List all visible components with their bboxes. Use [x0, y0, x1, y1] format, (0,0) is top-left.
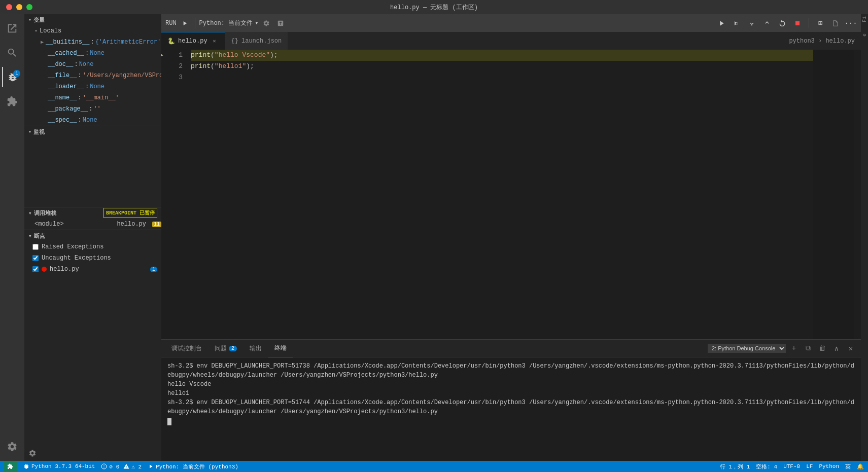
- callstack-controls: BREAKPOINT 已暂停: [103, 208, 157, 218]
- var-spec[interactable]: __spec__ : None: [24, 115, 161, 126]
- activity-explorer[interactable]: [2, 18, 22, 39]
- callstack-chevron: ▾: [28, 210, 32, 216]
- split-editor-button[interactable]: [829, 17, 842, 29]
- kill-terminal-button[interactable]: 🗑: [816, 342, 828, 354]
- debug-stepinto-button[interactable]: [746, 17, 758, 29]
- window-controls[interactable]: [6, 4, 32, 10]
- code-editor[interactable]: print("hello Vscode"); print("hello1");: [187, 50, 813, 339]
- tab-launch-json[interactable]: {} launch.json: [225, 32, 289, 50]
- code-line-2: print("hello1");: [191, 61, 813, 72]
- breakpoints-chevron: ▾: [28, 233, 32, 239]
- editor-area: RUN Python: 当前文件 ▾: [161, 14, 861, 461]
- locals-item[interactable]: ▾ Locals: [24, 25, 161, 37]
- activity-search[interactable]: [2, 43, 22, 63]
- callstack-section: ▾ 调用堆栈 BREAKPOINT 已暂停 <module> hello.py …: [24, 207, 161, 230]
- close-button[interactable]: [6, 4, 12, 10]
- var-loader[interactable]: __loader__ : None: [24, 81, 161, 92]
- var-package[interactable]: __package__ : '': [24, 103, 161, 115]
- bp-uncaught-checkbox[interactable]: [32, 255, 39, 261]
- debug-stepout-button[interactable]: [761, 17, 773, 29]
- bp-hello-checkbox[interactable]: [32, 266, 39, 272]
- bp-hello-dot: [42, 267, 47, 272]
- var-file[interactable]: __file__ : '/Users/yangzhen/VSPro...: [24, 70, 161, 81]
- maximize-button[interactable]: [26, 4, 32, 10]
- status-encoding[interactable]: UTF-8: [783, 463, 800, 470]
- tab-hello-py-label: hello.py: [178, 38, 207, 45]
- callstack-item-0[interactable]: <module> hello.py 11: [24, 219, 161, 230]
- var-doc[interactable]: __doc__ : None: [24, 59, 161, 70]
- window-title: hello.py — 无标题 (工作区): [390, 3, 478, 12]
- terminal-cursor: [167, 418, 171, 425]
- debug-badge: 1: [13, 70, 20, 77]
- app-body: 1 ▾ 变量 ▾ Locals: [0, 14, 868, 461]
- code-line-1: print("hello Vscode");: [191, 50, 813, 61]
- close-panel-button[interactable]: ✕: [845, 342, 857, 354]
- tab-hello-py[interactable]: 🐍 hello.py ✕: [161, 32, 225, 50]
- variables-header[interactable]: ▾ 变量: [24, 14, 161, 25]
- minimize-button[interactable]: [16, 4, 22, 10]
- line-numbers: ▶ 1 2 3: [161, 50, 187, 339]
- toolbar-divider-2: [809, 18, 809, 28]
- maximize-panel-button[interactable]: ∧: [830, 342, 843, 354]
- watch-header[interactable]: ▾ 监视: [24, 126, 161, 137]
- var-builtins[interactable]: ▶ __builtins__ : {'ArithmeticError'...: [24, 37, 161, 48]
- status-line-ending[interactable]: LF: [806, 463, 813, 470]
- status-language[interactable]: Python: [819, 463, 839, 470]
- sidebar-scroll[interactable]: ▾ 变量 ▾ Locals ▶ __builtins__ : {'Arithme…: [24, 14, 161, 446]
- line-num-2: 2: [165, 61, 183, 72]
- open-config-button[interactable]: [274, 17, 287, 29]
- split-terminal-button[interactable]: ⧉: [802, 342, 814, 354]
- config-selector[interactable]: Python: 当前文件 ▾: [199, 19, 259, 27]
- settings-gear-button[interactable]: [260, 17, 272, 29]
- activity-debug[interactable]: 1: [2, 67, 22, 87]
- debug-stepover-button[interactable]: [731, 17, 743, 29]
- tab-hello-py-close[interactable]: ✕: [211, 37, 219, 45]
- bp-raised-checkbox[interactable]: [32, 244, 39, 250]
- right-panel-label2[interactable]: e: [862, 33, 867, 37]
- run-label[interactable]: RUN: [165, 20, 177, 27]
- status-debug-config[interactable]: Python: 当前文件 (python3): [148, 463, 238, 470]
- tab-output[interactable]: 输出: [244, 340, 268, 357]
- console-selector[interactable]: 2: Python Debug Console: [708, 344, 786, 353]
- status-bar-right: 行 1，列 1 空格: 4 UTF-8 LF Python 英 🔔: [720, 463, 864, 470]
- tab-problems[interactable]: 问题 2: [209, 340, 244, 357]
- bp-hello: hello.py 1: [24, 264, 161, 275]
- title-bar: hello.py — 无标题 (工作区): [0, 0, 868, 14]
- status-spaces[interactable]: 空格: 4: [756, 463, 777, 470]
- breakpoints-header[interactable]: ▾ 断点: [24, 230, 161, 241]
- activity-extensions[interactable]: [2, 91, 22, 112]
- debug-restart-button[interactable]: [776, 17, 788, 29]
- breakpoint-badge: BREAKPOINT 已暂停: [103, 208, 157, 218]
- terminal-content[interactable]: sh-3.2$ env DEBUGPY_LAUNCHER_PORT=51738 …: [161, 357, 861, 461]
- callstack-header[interactable]: ▾ 调用堆栈 BREAKPOINT 已暂停: [24, 207, 161, 219]
- status-notification[interactable]: 🔔: [857, 463, 864, 470]
- var-cached[interactable]: __cached__ : None: [24, 48, 161, 59]
- debug-controls: ⊞ ···: [715, 17, 857, 29]
- sidebar-inner: ▾ 变量 ▾ Locals ▶ __builtins__ : {'Arithme…: [24, 14, 161, 277]
- status-errors[interactable]: ⊘ 0 ⚠ 2: [101, 463, 142, 470]
- var-name[interactable]: __name__ : '__main__': [24, 92, 161, 103]
- add-terminal-button[interactable]: +: [788, 342, 800, 354]
- variables-section: ▾ 变量 ▾ Locals ▶ __builtins__ : {'Arithme…: [24, 14, 161, 126]
- problems-badge: 2: [229, 346, 237, 351]
- locals-expand-icon: ▾: [34, 28, 38, 34]
- layout-toggle-button[interactable]: ⊞: [814, 17, 826, 29]
- more-actions-button[interactable]: ···: [845, 17, 857, 29]
- editor-scrollbar[interactable]: [854, 50, 861, 339]
- debug-stop-button[interactable]: [791, 17, 804, 29]
- editor-content: ▶ 1 2 3 print("hello Vscode"); print("he…: [161, 50, 861, 339]
- tab-debug-console[interactable]: 调试控制台: [165, 340, 209, 357]
- callstack-title: ▾ 调用堆栈: [28, 209, 56, 217]
- activity-settings[interactable]: [2, 437, 22, 457]
- tabs-bar: 🐍 hello.py ✕ {} launch.json python3 › he…: [161, 32, 861, 50]
- watch-section: ▾ 监视: [24, 126, 161, 207]
- run-play-button[interactable]: [179, 17, 191, 29]
- status-lang2[interactable]: 英: [845, 463, 851, 470]
- sidebar-settings[interactable]: [24, 446, 161, 461]
- right-panel-label[interactable]: Fi: [862, 16, 867, 22]
- debug-continue-button[interactable]: [715, 17, 727, 29]
- remote-indicator[interactable]: [4, 461, 17, 472]
- status-line-col[interactable]: 行 1，列 1: [720, 463, 750, 470]
- status-debug[interactable]: Python 3.7.3 64-bit: [23, 463, 95, 469]
- tab-terminal[interactable]: 终端: [268, 340, 293, 357]
